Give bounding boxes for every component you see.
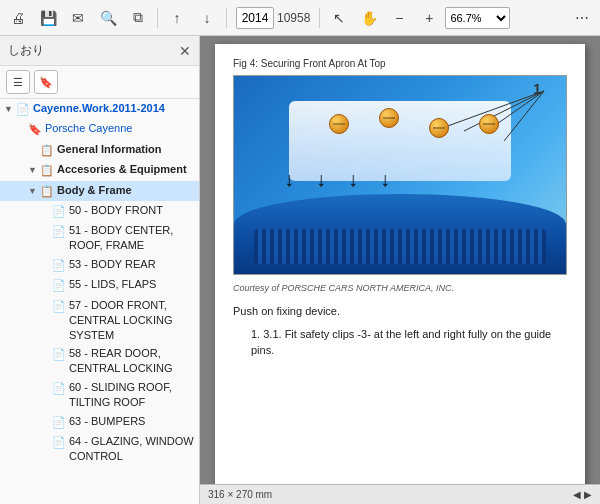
down-arrows: ↓ ↓ ↓ ↓ — [284, 169, 390, 189]
tree-arrow-root: ▼ — [4, 103, 14, 116]
tree-icon-57: 📄 — [52, 299, 66, 314]
tree-item-50[interactable]: 📄 50 - BODY FRONT — [0, 201, 199, 221]
tree-item-63[interactable]: 📄 63 - BUMPERS — [0, 412, 199, 432]
arrow-label: 1 — [533, 81, 541, 97]
tree-item-root[interactable]: ▼ 📄 Cayenne.Work.2011-2014 — [0, 99, 199, 119]
tree-label-57: 57 - DOOR FRONT, CENTRAL LOCKING SYSTEM — [69, 298, 195, 343]
tree-icon-58: 📄 — [52, 347, 66, 362]
tree-label-accesories: Accesories & Equipment — [57, 162, 187, 177]
tree-item-body-frame[interactable]: ▼ 📋 Body & Frame — [0, 181, 199, 201]
separator-1 — [157, 8, 158, 28]
main-layout: しおり ✕ ☰ 🔖 ▼ 📄 Cayenne.Work.2011-2014 🔖 P… — [0, 36, 600, 504]
tree-item-porsche-cayenne[interactable]: 🔖 Porsche Cayenne — [0, 119, 199, 139]
toolbar: 🖨 💾 ✉ 🔍 ⧉ ↑ ↓ 10958 ↖ ✋ − + 66.7% 50% 75… — [0, 0, 600, 36]
zoom-in-button[interactable]: + — [415, 4, 443, 32]
email-button[interactable]: ✉ — [64, 4, 92, 32]
tree-icon-general-info: 📋 — [40, 143, 54, 158]
scroll-indicator: ◀ ▶ — [573, 489, 592, 500]
numbered-item-1: 1. 3.1. Fit safety clips -3- at the left… — [233, 326, 567, 359]
tree-label-porsche-cayenne: Porsche Cayenne — [45, 121, 132, 136]
tree-item-53[interactable]: 📄 53 - BODY REAR — [0, 255, 199, 275]
upload-button[interactable]: ↑ — [163, 4, 191, 32]
tree-label-51: 51 - BODY CENTER, ROOF, FRAME — [69, 223, 195, 253]
screw-1 — [329, 114, 349, 134]
pan-button[interactable]: ✋ — [355, 4, 383, 32]
tree-arrow-body-frame: ▼ — [28, 185, 38, 198]
list-view-button[interactable]: ☰ — [6, 70, 30, 94]
tree-item-55[interactable]: 📄 55 - LIDS, FLAPS — [0, 275, 199, 295]
tree-icon-53: 📄 — [52, 258, 66, 273]
page-current-input[interactable] — [236, 7, 274, 29]
sidebar: しおり ✕ ☰ 🔖 ▼ 📄 Cayenne.Work.2011-2014 🔖 P… — [0, 36, 200, 504]
tree-item-accesories[interactable]: ▼ 📋 Accesories & Equipment — [0, 160, 199, 180]
separator-3 — [319, 8, 320, 28]
down-arrow-3: ↓ — [348, 169, 358, 189]
pdf-page: Fig 4: Securing Front Apron At Top 1 — [215, 44, 585, 504]
bumper-grille — [254, 229, 546, 264]
sidebar-header: しおり ✕ — [0, 36, 199, 66]
copy-button[interactable]: ⧉ — [124, 4, 152, 32]
courtesy-text: Courtesy of PORSCHE CARS NORTH AMERICA, … — [233, 283, 567, 293]
sidebar-tree: ▼ 📄 Cayenne.Work.2011-2014 🔖 Porsche Cay… — [0, 99, 199, 504]
tree-item-57[interactable]: 📄 57 - DOOR FRONT, CENTRAL LOCKING SYSTE… — [0, 296, 199, 345]
tree-item-64[interactable]: 📄 64 - GLAZING, WINDOW CONTROL — [0, 432, 199, 466]
tree-label-58: 58 - REAR DOOR, CENTRAL LOCKING — [69, 346, 195, 376]
tree-icon-63: 📄 — [52, 415, 66, 430]
tree-label-50: 50 - BODY FRONT — [69, 203, 163, 218]
page-total-label: 10958 — [277, 11, 310, 25]
tree-icon-50: 📄 — [52, 204, 66, 219]
bookmark-view-button[interactable]: 🔖 — [34, 70, 58, 94]
download-button[interactable]: ↓ — [193, 4, 221, 32]
sidebar-close-button[interactable]: ✕ — [179, 44, 191, 58]
zoom-out-button[interactable]: − — [385, 4, 413, 32]
tree-arrow-accesories: ▼ — [28, 164, 38, 177]
tree-label-55: 55 - LIDS, FLAPS — [69, 277, 156, 292]
tree-label-53: 53 - BODY REAR — [69, 257, 156, 272]
tree-label-general-info: General Information — [57, 142, 162, 157]
tree-item-general-info[interactable]: 📋 General Information — [0, 140, 199, 160]
tree-label-63: 63 - BUMPERS — [69, 414, 145, 429]
tree-icon-body-frame: 📋 — [40, 184, 54, 199]
print-button[interactable]: 🖨 — [4, 4, 32, 32]
screw-4 — [479, 114, 499, 134]
sidebar-tools: ☰ 🔖 — [0, 66, 199, 99]
down-arrow-2: ↓ — [316, 169, 326, 189]
figure-caption: Fig 4: Securing Front Apron At Top — [233, 58, 567, 69]
zoom-select[interactable]: 66.7% 50% 75% 100% 125% — [445, 7, 510, 29]
save-button[interactable]: 💾 — [34, 4, 62, 32]
screw-3 — [429, 118, 449, 138]
figure-container: 1 ↓ ↓ ↓ ↓ — [233, 75, 567, 275]
separator-2 — [226, 8, 227, 28]
tree-item-60[interactable]: 📄 60 - SLIDING ROOF, TILTING ROOF — [0, 378, 199, 412]
select-button[interactable]: ↖ — [325, 4, 353, 32]
tree-label-body-frame: Body & Frame — [57, 183, 132, 198]
search-button[interactable]: 🔍 — [94, 4, 122, 32]
content-area[interactable]: Fig 4: Securing Front Apron At Top 1 — [200, 36, 600, 504]
more-button[interactable]: ⋯ — [568, 4, 596, 32]
tree-label-64: 64 - GLAZING, WINDOW CONTROL — [69, 434, 195, 464]
page-size-label: 316 × 270 mm — [208, 489, 272, 500]
tree-item-51[interactable]: 📄 51 - BODY CENTER, ROOF, FRAME — [0, 221, 199, 255]
sidebar-title: しおり — [8, 42, 44, 59]
down-arrow-1: ↓ — [284, 169, 294, 189]
tree-icon-root: 📄 — [16, 102, 30, 117]
down-arrow-4: ↓ — [380, 169, 390, 189]
tree-label-root: Cayenne.Work.2011-2014 — [33, 101, 165, 116]
tree-label-60: 60 - SLIDING ROOF, TILTING ROOF — [69, 380, 195, 410]
tree-icon-51: 📄 — [52, 224, 66, 239]
tree-icon-accesories: 📋 — [40, 163, 54, 178]
content-paragraph: Push on fixing device. — [233, 303, 567, 320]
screw-2 — [379, 108, 399, 128]
tree-icon-bookmark: 🔖 — [28, 122, 42, 137]
page-input-group: 10958 — [236, 7, 310, 29]
tree-icon-60: 📄 — [52, 381, 66, 396]
tree-icon-55: 📄 — [52, 278, 66, 293]
bottom-bar: 316 × 270 mm ◀ ▶ — [200, 484, 600, 504]
tree-icon-64: 📄 — [52, 435, 66, 450]
tree-item-58[interactable]: 📄 58 - REAR DOOR, CENTRAL LOCKING — [0, 344, 199, 378]
